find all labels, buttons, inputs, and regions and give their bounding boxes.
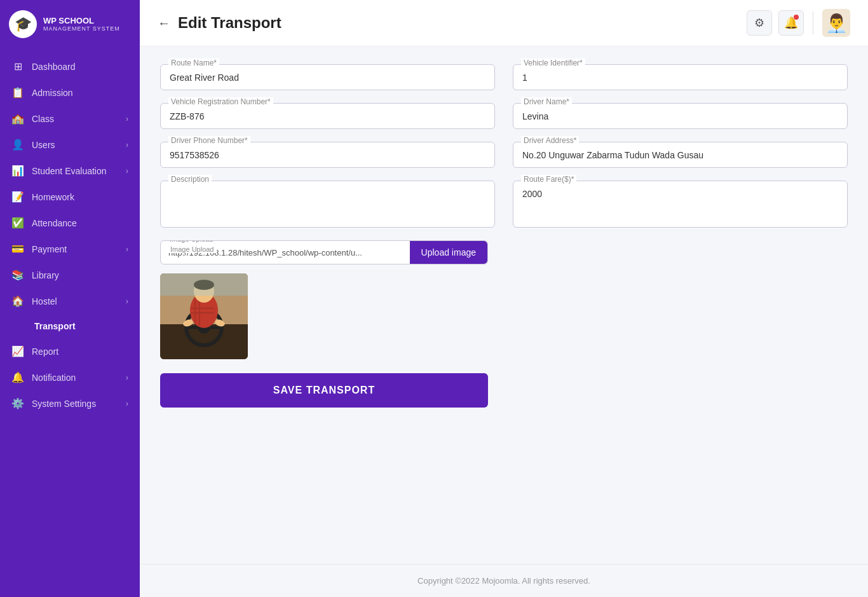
- route-fare-label: Route Fare($)*: [521, 175, 576, 184]
- description-label: Description: [168, 175, 212, 184]
- notification-icon: 🔔: [11, 371, 24, 383]
- sidebar-item-label: Notification: [32, 373, 118, 383]
- driver-address-field: Driver Address*: [513, 142, 848, 168]
- header-right: ⚙ 🔔 👨‍💼: [747, 9, 850, 37]
- sidebar-item-transport[interactable]: Transport: [0, 314, 140, 338]
- dashboard-icon: ⊞: [11, 60, 24, 72]
- vehicle-reg-input[interactable]: [170, 110, 485, 121]
- driver-address-input[interactable]: [522, 149, 838, 160]
- header-divider: [813, 11, 813, 34]
- chevron-right-icon: ›: [126, 245, 128, 254]
- driver-phone-label: Driver Phone Number*: [168, 136, 250, 145]
- vehicle-reg-label: Vehicle Registration Number*: [168, 97, 273, 106]
- sidebar-item-label: Dashboard: [32, 62, 128, 72]
- users-icon: 👤: [11, 139, 24, 151]
- sidebar-item-notification[interactable]: 🔔 Notification ›: [0, 364, 140, 390]
- sidebar-item-label: Homework: [32, 192, 128, 202]
- sidebar-item-system-settings[interactable]: ⚙️ System Settings ›: [0, 390, 140, 416]
- upload-image-button[interactable]: Upload image: [410, 241, 487, 264]
- report-icon: 📈: [11, 345, 24, 357]
- sidebar-item-hostel[interactable]: 🏠 Hostel ›: [0, 288, 140, 314]
- sidebar-item-label: Report: [32, 347, 128, 357]
- logo[interactable]: 🎓 WP SCHOOL MANAGEMENT SYSTEM: [0, 0, 140, 48]
- avatar-icon: 👨‍💼: [825, 13, 848, 34]
- chevron-right-icon: ›: [126, 141, 128, 149]
- sidebar-item-payment[interactable]: 💳 Payment ›: [0, 236, 140, 262]
- notification-dot: [794, 15, 799, 20]
- sidebar-item-label: Student Evaluation: [32, 166, 118, 176]
- sidebar-item-library[interactable]: 📚 Library: [0, 262, 140, 288]
- gear-icon: ⚙: [754, 16, 764, 30]
- sidebar-item-dashboard[interactable]: ⊞ Dashboard: [0, 53, 140, 79]
- footer: Copyright ©2022 Mojoomla. All rights res…: [140, 564, 868, 597]
- back-button[interactable]: ←: [158, 16, 170, 31]
- sidebar-item-admission[interactable]: 📋 Admission: [0, 79, 140, 106]
- preview-image: [160, 273, 248, 359]
- settings-button[interactable]: ⚙: [747, 10, 772, 36]
- main-area: ← Edit Transport ⚙ 🔔 👨‍💼 Route Name*: [140, 0, 868, 597]
- driver-phone-input[interactable]: [170, 149, 485, 160]
- driver-illustration: [160, 273, 248, 359]
- sidebar-item-label: Hostel: [32, 296, 118, 306]
- form-grid: Route Name* Vehicle Identifier* Vehicle …: [160, 64, 848, 228]
- vehicle-identifier-input[interactable]: [522, 71, 838, 83]
- route-name-input[interactable]: [170, 71, 485, 83]
- sidebar-item-class[interactable]: 🏫 Class ›: [0, 106, 140, 132]
- payment-icon: 💳: [11, 243, 24, 255]
- sidebar-item-report[interactable]: 📈 Report: [0, 338, 140, 364]
- logo-icon: 🎓: [9, 10, 37, 38]
- sidebar-nav: ⊞ Dashboard 📋 Admission 🏫 Class › 👤 User…: [0, 48, 140, 597]
- svg-rect-16: [160, 273, 248, 296]
- sidebar-item-label: Users: [32, 140, 118, 150]
- sidebar-item-users[interactable]: 👤 Users ›: [0, 132, 140, 158]
- settings-icon: ⚙️: [11, 397, 24, 409]
- chevron-right-icon: ›: [126, 399, 128, 408]
- image-upload-section: Image Upload Upload image Image Upload: [160, 240, 488, 264]
- driver-name-input[interactable]: [522, 110, 838, 121]
- sidebar-item-student-evaluation[interactable]: 📊 Student Evaluation ›: [0, 158, 140, 184]
- route-fare-input[interactable]: [522, 188, 838, 199]
- sidebar: 🎓 WP SCHOOL MANAGEMENT SYSTEM ⊞ Dashboar…: [0, 0, 140, 597]
- image-preview: [160, 273, 248, 359]
- sidebar-item-label: Transport: [34, 321, 128, 331]
- driver-address-label: Driver Address*: [521, 136, 579, 145]
- route-fare-field: Route Fare($)*: [513, 181, 848, 228]
- chevron-right-icon: ›: [126, 167, 128, 175]
- vehicle-identifier-field: Vehicle Identifier*: [513, 64, 848, 90]
- footer-text: Copyright ©2022 Mojoomla. All rights res…: [417, 576, 590, 586]
- save-transport-button[interactable]: SAVE TRANSPORT: [160, 373, 488, 408]
- vehicle-reg-field: Vehicle Registration Number*: [160, 103, 495, 129]
- user-avatar[interactable]: 👨‍💼: [822, 9, 850, 37]
- header: ← Edit Transport ⚙ 🔔 👨‍💼: [140, 0, 868, 46]
- notification-button[interactable]: 🔔: [778, 10, 804, 36]
- vehicle-identifier-label: Vehicle Identifier*: [521, 58, 585, 67]
- sidebar-item-label: Library: [32, 270, 128, 280]
- sidebar-item-label: Payment: [32, 244, 118, 254]
- sidebar-item-attendance[interactable]: ✅ Attendance: [0, 210, 140, 236]
- chevron-right-icon: ›: [126, 297, 128, 306]
- chevron-right-icon: ›: [126, 114, 128, 123]
- class-icon: 🏫: [11, 113, 24, 125]
- chevron-right-icon: ›: [126, 373, 128, 382]
- driver-phone-field: Driver Phone Number*: [160, 142, 495, 168]
- driver-name-label: Driver Name*: [521, 97, 572, 106]
- admission-icon: 📋: [11, 86, 24, 99]
- content-area: Route Name* Vehicle Identifier* Vehicle …: [140, 46, 868, 564]
- hostel-icon: 🏠: [11, 295, 24, 307]
- page-title: Edit Transport: [178, 14, 281, 32]
- sidebar-item-homework[interactable]: 📝 Homework: [0, 184, 140, 210]
- sidebar-item-label: Class: [32, 114, 118, 124]
- sidebar-item-label: Admission: [32, 88, 128, 98]
- library-icon: 📚: [11, 269, 24, 281]
- evaluation-icon: 📊: [11, 165, 24, 177]
- image-upload-floating-label: Image Upload: [168, 245, 217, 253]
- app-name: WP SCHOOL: [43, 16, 120, 26]
- attendance-icon: ✅: [11, 217, 24, 229]
- driver-name-field: Driver Name*: [513, 103, 848, 129]
- route-name-label: Route Name*: [168, 58, 219, 67]
- header-left: ← Edit Transport: [158, 14, 281, 32]
- description-input[interactable]: [170, 188, 485, 218]
- app-subtitle: MANAGEMENT SYSTEM: [43, 25, 120, 32]
- route-name-field: Route Name*: [160, 64, 495, 90]
- logo-text-block: WP SCHOOL MANAGEMENT SYSTEM: [43, 16, 120, 32]
